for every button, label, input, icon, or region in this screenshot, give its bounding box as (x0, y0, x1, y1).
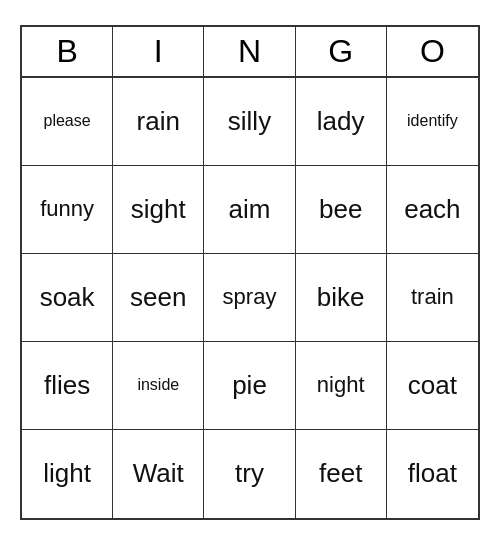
bingo-cell-4: identify (387, 78, 478, 166)
cell-text-23: feet (319, 458, 362, 489)
cell-text-9: each (404, 194, 460, 225)
bingo-cell-23: feet (296, 430, 387, 518)
bingo-cell-20: light (22, 430, 113, 518)
cell-text-0: please (44, 112, 91, 130)
cell-text-18: night (317, 372, 365, 398)
bingo-card: BINGO pleaserainsillyladyidentifyfunnysi… (20, 25, 480, 520)
bingo-header: BINGO (22, 27, 478, 78)
bingo-cell-21: Wait (113, 430, 204, 518)
cell-text-20: light (43, 458, 91, 489)
bingo-cell-13: bike (296, 254, 387, 342)
cell-text-7: aim (229, 194, 271, 225)
cell-text-13: bike (317, 282, 365, 313)
bingo-cell-12: spray (204, 254, 295, 342)
cell-text-8: bee (319, 194, 362, 225)
bingo-cell-3: lady (296, 78, 387, 166)
bingo-cell-16: inside (113, 342, 204, 430)
cell-text-17: pie (232, 370, 267, 401)
bingo-cell-11: seen (113, 254, 204, 342)
cell-text-10: soak (40, 282, 95, 313)
bingo-cell-1: rain (113, 78, 204, 166)
bingo-cell-6: sight (113, 166, 204, 254)
cell-text-12: spray (223, 284, 277, 310)
bingo-cell-17: pie (204, 342, 295, 430)
header-letter-o: O (387, 27, 478, 76)
bingo-grid: pleaserainsillyladyidentifyfunnysightaim… (22, 78, 478, 518)
cell-text-15: flies (44, 370, 90, 401)
cell-text-24: float (408, 458, 457, 489)
cell-text-4: identify (407, 112, 458, 130)
cell-text-3: lady (317, 106, 365, 137)
cell-text-22: try (235, 458, 264, 489)
bingo-cell-10: soak (22, 254, 113, 342)
cell-text-11: seen (130, 282, 186, 313)
header-letter-i: I (113, 27, 204, 76)
bingo-cell-7: aim (204, 166, 295, 254)
cell-text-5: funny (40, 196, 94, 222)
bingo-cell-8: bee (296, 166, 387, 254)
cell-text-6: sight (131, 194, 186, 225)
cell-text-21: Wait (133, 458, 184, 489)
bingo-cell-9: each (387, 166, 478, 254)
cell-text-2: silly (228, 106, 271, 137)
header-letter-n: N (204, 27, 295, 76)
cell-text-1: rain (137, 106, 180, 137)
cell-text-14: train (411, 284, 454, 310)
bingo-cell-15: flies (22, 342, 113, 430)
cell-text-19: coat (408, 370, 457, 401)
bingo-cell-14: train (387, 254, 478, 342)
bingo-cell-22: try (204, 430, 295, 518)
bingo-cell-18: night (296, 342, 387, 430)
cell-text-16: inside (137, 376, 179, 394)
bingo-cell-24: float (387, 430, 478, 518)
bingo-cell-2: silly (204, 78, 295, 166)
bingo-cell-19: coat (387, 342, 478, 430)
header-letter-g: G (296, 27, 387, 76)
bingo-cell-0: please (22, 78, 113, 166)
bingo-cell-5: funny (22, 166, 113, 254)
header-letter-b: B (22, 27, 113, 76)
